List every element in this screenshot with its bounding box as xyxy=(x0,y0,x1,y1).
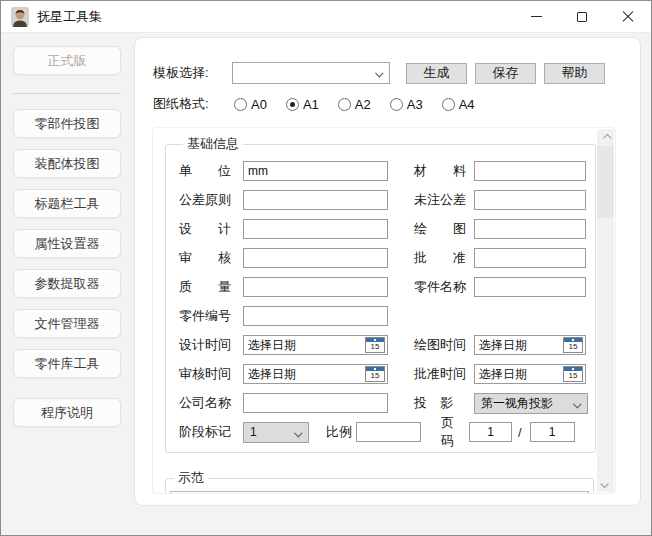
tolerance-principle-label: 公差原则 xyxy=(179,191,243,209)
calendar-icon-day: 15 xyxy=(366,371,384,381)
demo-title: 示范 xyxy=(174,469,208,487)
radio-a2-label: A2 xyxy=(355,97,371,112)
design-date-label: 设计时间 xyxy=(179,336,243,354)
review-date-label: 审核时间 xyxy=(179,365,243,383)
design-date-picker[interactable]: 选择日期 15 xyxy=(243,335,388,355)
tolerance-principle-field[interactable] xyxy=(243,190,388,210)
sidebar-button-about[interactable]: 程序说明 xyxy=(13,398,121,427)
company-name-field[interactable] xyxy=(243,393,388,413)
scroll-up-button[interactable] xyxy=(597,129,614,146)
generate-button[interactable]: 生成 xyxy=(406,63,467,84)
calendar-icon-day: 15 xyxy=(564,342,582,352)
review-date-value: 选择日期 xyxy=(248,366,296,383)
stage-mark-select[interactable]: 1 xyxy=(243,422,309,443)
paper-format-label: 图纸格式: xyxy=(153,95,219,113)
template-select-label: 模板选择: xyxy=(153,64,219,82)
main-panel: 模板选择: 生成 保存 帮助 图纸格式: A0 A1 A2 A3 A4 基础信息 xyxy=(134,37,641,506)
sidebar-button-part-library[interactable]: 零件库工具 xyxy=(13,349,121,378)
minimize-icon xyxy=(531,16,542,17)
projection-select-value: 第一视角投影 xyxy=(481,395,553,412)
save-button[interactable]: 保存 xyxy=(475,63,536,84)
designer-field[interactable] xyxy=(243,219,388,239)
maximize-button[interactable] xyxy=(559,1,605,32)
radio-a1[interactable]: A1 xyxy=(286,97,319,112)
scroll-down-button[interactable] xyxy=(597,475,614,492)
general-tolerance-field[interactable] xyxy=(474,190,586,210)
sidebar-button-property-setter[interactable]: 属性设置器 xyxy=(13,229,121,258)
part-name-field[interactable] xyxy=(474,277,586,297)
calendar-icon[interactable]: 15 xyxy=(365,366,385,382)
approval-date-picker[interactable]: 选择日期 15 xyxy=(474,364,586,384)
drafter-label: 绘 图 xyxy=(414,220,474,238)
close-icon xyxy=(622,11,634,23)
calendar-icon-header xyxy=(366,367,384,371)
unit-field[interactable]: mm xyxy=(243,161,388,181)
basic-info-group: 基础信息 单 位 mm 材 料 公差原则 未注公差 xyxy=(165,135,596,453)
radio-a3[interactable]: A3 xyxy=(390,97,423,112)
calendar-icon-header xyxy=(564,338,582,342)
scrollbar-thumb[interactable] xyxy=(597,146,614,218)
maximize-icon xyxy=(577,12,587,22)
radio-icon xyxy=(390,98,403,111)
sidebar-button-file-manager[interactable]: 文件管理器 xyxy=(13,309,121,338)
scale-label: 比例 xyxy=(326,423,356,441)
scale-field[interactable] xyxy=(356,422,421,442)
part-number-field[interactable] xyxy=(243,306,388,326)
drafting-date-picker[interactable]: 选择日期 15 xyxy=(474,335,586,355)
projection-select[interactable]: 第一视角投影 xyxy=(474,393,588,414)
vertical-scrollbar[interactable] xyxy=(597,129,614,492)
chevron-down-icon xyxy=(600,479,608,487)
radio-icon xyxy=(442,98,455,111)
general-tolerance-label: 未注公差 xyxy=(414,191,474,209)
part-number-label: 零件编号 xyxy=(179,307,243,325)
radio-a1-label: A1 xyxy=(303,97,319,112)
sidebar-button-assembly-projection[interactable]: 装配体投图 xyxy=(13,149,121,178)
demo-preview-panel: 单位 mm 第一视角投影 材料 (单位名称) xyxy=(170,491,589,494)
approval-date-label: 批准时间 xyxy=(414,365,474,383)
basic-info-title: 基础信息 xyxy=(183,135,243,153)
calendar-icon[interactable]: 15 xyxy=(563,366,583,382)
calendar-icon-header xyxy=(366,338,384,342)
company-name-label: 公司名称 xyxy=(179,394,243,412)
scroll-area: 基础信息 单 位 mm 材 料 公差原则 未注公差 xyxy=(152,127,616,494)
app-icon xyxy=(11,7,29,27)
template-combobox[interactable] xyxy=(232,62,390,84)
calendar-icon[interactable]: 15 xyxy=(563,337,583,353)
radio-a0[interactable]: A0 xyxy=(234,97,267,112)
sidebar-divider xyxy=(13,93,121,94)
page-separator: / xyxy=(518,425,522,440)
drafter-field[interactable] xyxy=(474,219,586,239)
minimize-button[interactable] xyxy=(513,1,559,32)
form-row: 公司名称 投 影 第一视角投影 xyxy=(179,393,588,413)
radio-a2[interactable]: A2 xyxy=(338,97,371,112)
calendar-icon-day: 15 xyxy=(366,342,384,352)
sidebar: 正式版 零部件投图 装配体投图 标题栏工具 属性设置器 参数提取器 文件管理器 … xyxy=(1,33,134,536)
form-row: 公差原则 未注公差 xyxy=(179,190,588,210)
radio-a3-label: A3 xyxy=(407,97,423,112)
form-row: 设计时间 选择日期 15 绘图时间 选择日期 15 xyxy=(179,335,588,355)
close-button[interactable] xyxy=(605,1,651,32)
page-total-field[interactable]: 1 xyxy=(530,422,575,442)
drafting-date-label: 绘图时间 xyxy=(414,336,474,354)
sidebar-button-part-projection[interactable]: 零部件投图 xyxy=(13,109,121,138)
material-field[interactable] xyxy=(474,161,586,181)
page-current-field[interactable]: 1 xyxy=(469,422,512,442)
titlebar: 抚星工具集 xyxy=(1,1,651,33)
version-button[interactable]: 正式版 xyxy=(13,46,121,75)
chevron-down-icon xyxy=(573,400,581,408)
radio-selected-icon xyxy=(286,98,299,111)
app-window: 抚星工具集 正式版 零部件投图 装配体投图 标题栏工具 属性设置器 参数提取器 … xyxy=(0,0,652,536)
reviewer-field[interactable] xyxy=(243,248,388,268)
radio-a4[interactable]: A4 xyxy=(442,97,475,112)
reviewer-label: 审 核 xyxy=(179,249,243,267)
calendar-icon-header xyxy=(564,367,582,371)
chevron-down-icon xyxy=(375,69,383,77)
sidebar-button-titleblock-tool[interactable]: 标题栏工具 xyxy=(13,189,121,218)
sidebar-button-parameter-extractor[interactable]: 参数提取器 xyxy=(13,269,121,298)
review-date-picker[interactable]: 选择日期 15 xyxy=(243,364,388,384)
calendar-icon[interactable]: 15 xyxy=(365,337,385,353)
help-button[interactable]: 帮助 xyxy=(544,63,605,84)
mass-field[interactable] xyxy=(243,277,388,297)
approver-field[interactable] xyxy=(474,248,586,268)
radio-a0-label: A0 xyxy=(251,97,267,112)
